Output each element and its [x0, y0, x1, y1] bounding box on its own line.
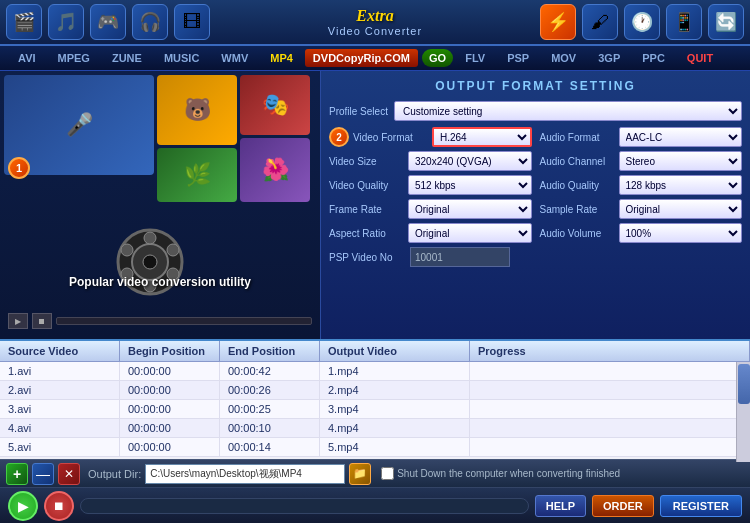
cell-output-4: 4.mp4 — [320, 419, 470, 437]
tab-mpeg[interactable]: MPEG — [48, 49, 100, 67]
tab-psp[interactable]: PSP — [497, 49, 539, 67]
audio-channel-select[interactable]: Stereo — [619, 151, 743, 171]
bottom-toolbar: + — ✕ Output Dir: 📁 Shut Down the comput… — [0, 459, 750, 487]
col-header-progress: Progress — [470, 341, 750, 361]
frame-rate-select[interactable]: Original — [408, 199, 532, 219]
tab-quit[interactable]: QUIT — [677, 49, 723, 67]
table-row[interactable]: 2.avi 00:00:00 00:00:26 2.mp4 — [0, 381, 750, 400]
refresh-nav-icon[interactable]: 🔄 — [708, 4, 744, 40]
playback-bar: ▶ ⏹ — [8, 313, 312, 329]
sample-rate-row: Sample Rate Original — [540, 199, 743, 219]
cell-end-5: 00:00:14 — [220, 438, 320, 456]
stop-convert-button[interactable]: ⏹ — [44, 491, 74, 521]
convert-button[interactable]: ▶ — [8, 491, 38, 521]
table-row[interactable]: 3.avi 00:00:00 00:00:25 3.mp4 — [0, 400, 750, 419]
music-nav-icon[interactable]: 🎧 — [132, 4, 168, 40]
video-format-row: 2 Video Format H.264 — [329, 127, 532, 147]
brush-nav-icon[interactable]: 🖌 — [582, 4, 618, 40]
frame-rate-label: Frame Rate — [329, 204, 404, 215]
audio-format-label: Audio Format — [540, 132, 615, 143]
wmv-nav-icon[interactable]: 🎞 — [174, 4, 210, 40]
play-button[interactable]: ▶ — [8, 313, 28, 329]
video-size-select[interactable]: 320x240 (QVGA) — [408, 151, 532, 171]
cell-begin-4: 00:00:00 — [120, 419, 220, 437]
svg-point-3 — [144, 232, 156, 244]
tab-avi[interactable]: AVI — [8, 49, 46, 67]
tab-go[interactable]: GO — [422, 49, 453, 67]
phone-nav-icon[interactable]: 📱 — [666, 4, 702, 40]
add-file-button[interactable]: + — [6, 463, 28, 485]
avi-nav-icon[interactable]: 🎬 — [6, 4, 42, 40]
audio-channel-row: Audio Channel Stereo — [540, 151, 743, 171]
cell-source-4: 4.avi — [0, 419, 120, 437]
video-format-label: Video Format — [353, 132, 428, 143]
tab-3gp[interactable]: 3GP — [588, 49, 630, 67]
video-size-label: Video Size — [329, 156, 404, 167]
shutdown-checkbox[interactable] — [381, 467, 394, 480]
cell-source-1: 1.avi — [0, 362, 120, 380]
settings-panel: OUTPUT FORMAT SETTING Profile Select Cus… — [320, 71, 750, 339]
app-title: Extra — [216, 7, 534, 25]
audio-quality-select[interactable]: 128 kbps — [619, 175, 743, 195]
profile-label: Profile Select — [329, 106, 388, 117]
thumb-2: 🐻 — [157, 75, 237, 145]
tab-mov[interactable]: MOV — [541, 49, 586, 67]
preview-text: Popular video conversion utility — [0, 275, 320, 289]
psp-video-input[interactable] — [410, 247, 510, 267]
scrollbar-vertical[interactable] — [736, 362, 750, 462]
order-button[interactable]: ORDER — [592, 495, 654, 517]
tab-zune[interactable]: ZUNE — [102, 49, 152, 67]
table-row[interactable]: 4.avi 00:00:00 00:00:10 4.mp4 — [0, 419, 750, 438]
table-row[interactable]: 5.avi 00:00:00 00:00:14 5.mp4 — [0, 438, 750, 457]
settings-title: OUTPUT FORMAT SETTING — [329, 79, 742, 93]
audio-format-select[interactable]: AAC-LC — [619, 127, 743, 147]
output-dir-label: Output Dir: — [88, 468, 141, 480]
badge-2: 2 — [329, 127, 349, 147]
remove-file-button[interactable]: — — [32, 463, 54, 485]
help-button[interactable]: HELP — [535, 495, 586, 517]
clock-nav-icon[interactable]: 🕐 — [624, 4, 660, 40]
frame-rate-row: Frame Rate Original — [329, 199, 532, 219]
cell-end-2: 00:00:26 — [220, 381, 320, 399]
delete-file-button[interactable]: ✕ — [58, 463, 80, 485]
video-quality-select[interactable]: 512 kbps — [408, 175, 532, 195]
col-header-end: End Position — [220, 341, 320, 361]
tab-flv[interactable]: FLV — [455, 49, 495, 67]
tab-dvdcopyrip[interactable]: DVDCopyRip.COM — [305, 49, 418, 67]
audio-format-row: Audio Format AAC-LC — [540, 127, 743, 147]
cell-progress-3 — [470, 400, 750, 418]
flash-nav-icon[interactable]: ⚡ — [540, 4, 576, 40]
audio-volume-select[interactable]: 100% — [619, 223, 743, 243]
browse-folder-button[interactable]: 📁 — [349, 463, 371, 485]
output-dir-input[interactable] — [145, 464, 345, 484]
file-list-body: 1.avi 00:00:00 00:00:42 1.mp4 2.avi 00:0… — [0, 362, 750, 462]
svg-point-2 — [143, 255, 157, 269]
audio-channel-label: Audio Channel — [540, 156, 615, 167]
register-button[interactable]: REGISTER — [660, 495, 742, 517]
mpeg-nav-icon[interactable]: 🎵 — [48, 4, 84, 40]
tab-wmv[interactable]: WMV — [211, 49, 258, 67]
app-title-area: Extra Video Converter — [216, 7, 534, 37]
aspect-ratio-row: Aspect Ratio Original — [329, 223, 532, 243]
psp-video-label: PSP Video No — [329, 252, 404, 263]
sample-rate-select[interactable]: Original — [619, 199, 743, 219]
table-row[interactable]: 1.avi 00:00:00 00:00:42 1.mp4 — [0, 362, 750, 381]
stop-button[interactable]: ⏹ — [32, 313, 52, 329]
scrollbar-thumb[interactable] — [738, 364, 750, 404]
tab-ppc[interactable]: PPC — [632, 49, 675, 67]
svg-point-5 — [121, 244, 133, 256]
aspect-ratio-select[interactable]: Original — [408, 223, 532, 243]
cell-progress-1 — [470, 362, 750, 380]
video-size-row: Video Size 320x240 (QVGA) — [329, 151, 532, 171]
badge-1: 1 — [8, 157, 30, 179]
thumb-5: 🌺 — [240, 138, 310, 202]
tab-music[interactable]: MUSIC — [154, 49, 209, 67]
tab-mp4[interactable]: MP4 — [260, 49, 303, 67]
cell-output-3: 3.mp4 — [320, 400, 470, 418]
cell-progress-2 — [470, 381, 750, 399]
profile-select[interactable]: Customize setting — [394, 101, 742, 121]
game-nav-icon[interactable]: 🎮 — [90, 4, 126, 40]
col-header-output: Output Video — [320, 341, 470, 361]
shutdown-checkbox-group: Shut Down the computer when converting f… — [381, 467, 620, 480]
video-format-select[interactable]: H.264 — [432, 127, 532, 147]
